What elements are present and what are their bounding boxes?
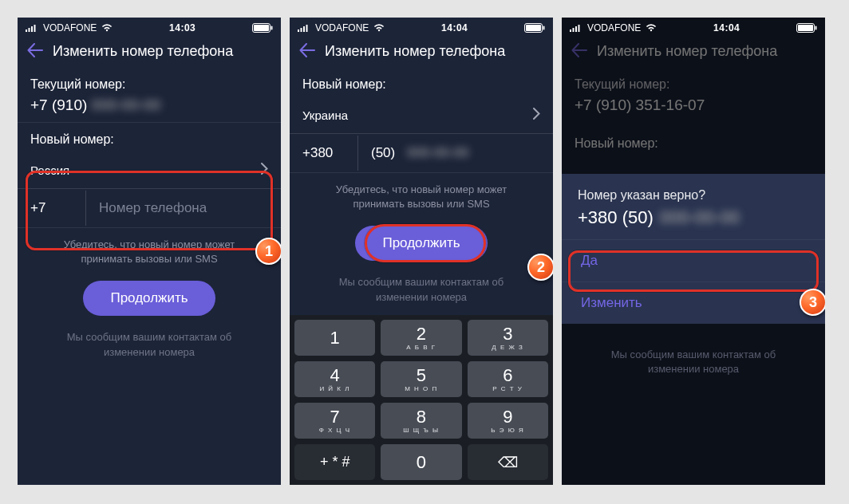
keypad-key[interactable]: 5М Н О П xyxy=(381,361,461,397)
page-title: Изменить номер телефона xyxy=(325,43,505,60)
clock: 14:03 xyxy=(169,22,195,33)
hint-text: Убедитесь, что новый номер может принима… xyxy=(18,228,281,276)
wifi-icon xyxy=(373,24,385,32)
modal-question: Номер указан верно? xyxy=(562,174,825,207)
current-number: +7 (910) 000-00-00 xyxy=(18,96,281,122)
svg-rect-13 xyxy=(543,26,544,30)
clock: 14:04 xyxy=(441,22,468,33)
area-code: (50) xyxy=(371,145,395,160)
signal-icon xyxy=(570,24,582,32)
chevron-right-icon xyxy=(533,108,540,122)
svg-rect-0 xyxy=(26,30,27,32)
wifi-icon xyxy=(646,24,657,32)
svg-rect-1 xyxy=(29,28,30,32)
country-selector[interactable]: Россия xyxy=(18,152,281,189)
numeric-keypad: 12А Б В Г3Д Е Ж З4И Й К Л5М Н О П6Р С Т … xyxy=(290,315,553,485)
continue-button[interactable]: Продолжить xyxy=(83,281,215,316)
current-number-masked: 000-00-00 xyxy=(92,96,161,113)
status-bar: VODAFONE 14:04 xyxy=(562,18,825,35)
svg-rect-7 xyxy=(298,30,299,32)
footer-text: Мы сообщим вашим контактам об изменении … xyxy=(18,327,281,362)
footer-text: Мы сообщим вашим контактам об изменении … xyxy=(562,345,825,380)
step-badge-3: 3 xyxy=(800,289,825,316)
keypad-key[interactable]: 0 xyxy=(381,444,461,480)
new-number-label: Новый номер: xyxy=(18,123,281,152)
signal-icon xyxy=(26,24,38,32)
keypad-key[interactable]: 9Ь Э Ю Я xyxy=(468,403,548,439)
phone-number-row: +380 (50) 000-00-00 xyxy=(290,134,553,172)
keypad-key[interactable]: 3Д Е Ж З xyxy=(468,320,548,356)
phone-input[interactable]: (50) 000-00-00 xyxy=(358,136,540,171)
footer-text: Мы сообщим вашим контактам об изменении … xyxy=(290,272,553,312)
svg-rect-9 xyxy=(303,26,305,32)
step-badge-1: 1 xyxy=(255,238,281,265)
modal-number-prefix: +380 (50) xyxy=(578,207,654,228)
keypad-key[interactable]: 6Р С Т У xyxy=(468,361,548,397)
carrier-label: VODAFONE xyxy=(315,22,369,33)
clock: 14:04 xyxy=(713,22,740,33)
battery-icon xyxy=(796,23,817,33)
svg-rect-3 xyxy=(34,25,36,32)
phone-screen-3: VODAFONE 14:04 Изменить номер телефона Т… xyxy=(562,18,825,485)
nav-header: Изменить номер телефона xyxy=(290,35,553,68)
svg-rect-2 xyxy=(31,26,33,32)
carrier-label: VODAFONE xyxy=(587,22,641,33)
hint-text: Убедитесь, что новый номер может принима… xyxy=(290,173,553,221)
country-name: Россия xyxy=(30,163,69,177)
signal-icon xyxy=(298,24,310,32)
keypad-key[interactable]: 7Ф Х Ц Ч xyxy=(294,403,375,439)
phone-masked: 000-00-00 xyxy=(407,145,469,160)
back-icon[interactable] xyxy=(299,43,315,60)
modal-number-masked: 000-00-00 xyxy=(660,207,740,228)
svg-rect-6 xyxy=(270,26,272,30)
keypad-key[interactable]: 4И Й К Л xyxy=(294,361,375,397)
svg-rect-12 xyxy=(526,25,541,31)
carrier-label: VODAFONE xyxy=(43,22,97,33)
svg-rect-20 xyxy=(815,26,816,30)
country-selector[interactable]: Украина xyxy=(290,96,553,134)
status-bar: VODAFONE 14:03 xyxy=(18,18,281,35)
keypad-key[interactable]: 1 xyxy=(294,320,375,356)
step-badge-2: 2 xyxy=(527,254,553,281)
modal-number: +380 (50) 000-00-00 xyxy=(562,207,825,239)
keypad-key[interactable]: 8Ш Щ Ъ Ы xyxy=(381,403,461,439)
country-name: Украина xyxy=(302,108,348,122)
battery-icon xyxy=(524,23,545,33)
dial-code: +7 xyxy=(30,191,86,226)
phone-screen-1: VODAFONE 14:03 Изменить номер телефона Т… xyxy=(18,18,281,485)
modal-edit-button[interactable]: Изменить xyxy=(562,282,825,324)
phone-number-row: +7 Номер телефона xyxy=(18,189,281,227)
svg-rect-19 xyxy=(798,25,813,31)
svg-rect-10 xyxy=(306,25,308,32)
current-number-label: Текущий номер: xyxy=(18,68,281,96)
keypad-key[interactable]: 2А Б В Г xyxy=(381,320,461,356)
confirm-modal: Номер указан верно? +380 (50) 000-00-00 … xyxy=(562,174,825,324)
page-title: Изменить номер телефона xyxy=(53,43,233,60)
modal-yes-button[interactable]: Да xyxy=(562,239,825,282)
phone-input[interactable]: Номер телефона xyxy=(86,191,268,226)
dial-code: +380 xyxy=(302,136,358,171)
continue-button[interactable]: Продолжить xyxy=(355,226,487,261)
chevron-right-icon xyxy=(261,163,268,177)
keypad-key[interactable]: ⌫ xyxy=(468,444,548,480)
keypad-key[interactable]: + * # xyxy=(294,444,375,480)
new-number-label: Новый номер: xyxy=(290,68,553,96)
nav-header: Изменить номер телефона xyxy=(18,35,281,68)
svg-rect-17 xyxy=(579,25,580,32)
current-number-prefix: +7 (910) xyxy=(30,96,87,113)
back-icon[interactable] xyxy=(27,43,43,60)
phone-screen-2: VODAFONE 14:04 Изменить номер телефона Н… xyxy=(290,18,553,485)
wifi-icon xyxy=(101,24,113,32)
svg-rect-16 xyxy=(575,26,577,32)
svg-rect-8 xyxy=(301,28,302,32)
svg-rect-5 xyxy=(254,25,269,31)
svg-rect-14 xyxy=(570,30,571,32)
status-bar: VODAFONE 14:04 xyxy=(290,18,553,35)
svg-rect-15 xyxy=(573,28,575,32)
battery-icon xyxy=(252,23,273,33)
